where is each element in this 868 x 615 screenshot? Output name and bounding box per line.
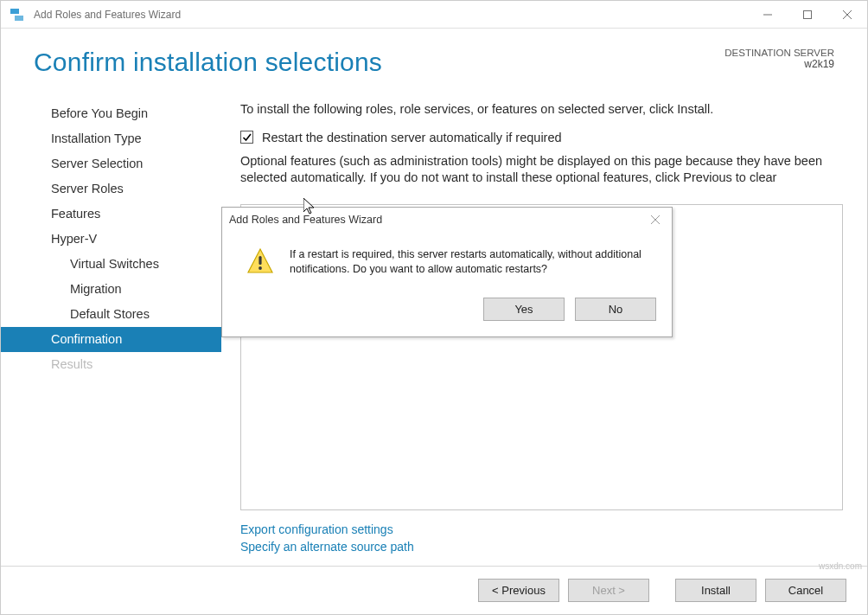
- sidebar-item-hyperv[interactable]: Hyper-V: [1, 227, 221, 252]
- dialog-title: Add Roles and Features Wizard: [229, 214, 642, 226]
- alternate-source-link[interactable]: Specify an alternate source path: [240, 538, 843, 555]
- dialog-message: If a restart is required, this server re…: [290, 247, 651, 277]
- dialog-yes-button[interactable]: Yes: [483, 298, 565, 321]
- intro-text: To install the following roles, role ser…: [240, 101, 843, 119]
- restart-checkbox[interactable]: [240, 131, 253, 144]
- footer: < Previous Next > Install Cancel: [1, 566, 867, 614]
- svg-rect-0: [10, 9, 19, 14]
- next-button: Next >: [568, 579, 649, 602]
- sidebar-item-server-selection[interactable]: Server Selection: [1, 151, 221, 176]
- wizard-window: Add Roles and Features Wizard Confirm in…: [0, 0, 868, 615]
- svg-rect-3: [804, 10, 812, 18]
- header: Confirm installation selections DESTINAT…: [1, 29, 867, 86]
- title-bar: Add Roles and Features Wizard: [1, 1, 867, 29]
- window-title: Add Roles and Features Wizard: [34, 9, 748, 21]
- sidebar: Before You Begin Installation Type Serve…: [1, 94, 221, 566]
- export-settings-link[interactable]: Export configuration settings: [240, 521, 843, 538]
- svg-point-10: [258, 266, 262, 270]
- sidebar-item-results: Results: [1, 352, 221, 377]
- restart-checkbox-label: Restart the destination server automatic…: [262, 131, 562, 144]
- sidebar-item-confirmation[interactable]: Confirmation: [1, 327, 221, 352]
- svg-rect-9: [258, 256, 261, 265]
- sidebar-item-migration[interactable]: Migration: [1, 277, 221, 302]
- restart-checkbox-row[interactable]: Restart the destination server automatic…: [240, 131, 843, 144]
- dialog-no-button[interactable]: No: [575, 298, 656, 321]
- close-button[interactable]: [827, 1, 867, 29]
- minimize-button[interactable]: [748, 1, 788, 29]
- sidebar-item-default-stores[interactable]: Default Stores: [1, 302, 221, 327]
- sidebar-item-installation-type[interactable]: Installation Type: [1, 126, 221, 151]
- maximize-button[interactable]: [788, 1, 827, 29]
- previous-button[interactable]: < Previous: [478, 579, 559, 602]
- destination-block: DESTINATION SERVER w2k19: [724, 48, 834, 70]
- optional-features-text: Optional features (such as administratio…: [240, 153, 843, 187]
- cancel-button[interactable]: Cancel: [765, 579, 846, 602]
- warning-icon: [246, 247, 274, 275]
- svg-rect-1: [15, 16, 23, 21]
- page-title: Confirm installation selections: [34, 48, 724, 77]
- sidebar-item-server-roles[interactable]: Server Roles: [1, 176, 221, 202]
- install-button[interactable]: Install: [675, 579, 756, 602]
- destination-label: DESTINATION SERVER: [724, 48, 834, 58]
- app-icon: [10, 6, 27, 23]
- dialog-titlebar: Add Roles and Features Wizard: [222, 208, 672, 232]
- watermark: wsxdn.com: [819, 561, 862, 571]
- dialog-close-icon[interactable]: [642, 213, 668, 227]
- restart-confirm-dialog: Add Roles and Features Wizard If a resta…: [221, 207, 673, 337]
- window-controls: [748, 1, 867, 29]
- sidebar-item-before-you-begin[interactable]: Before You Begin: [1, 101, 221, 126]
- sidebar-item-virtual-switches[interactable]: Virtual Switches: [1, 252, 221, 277]
- sidebar-item-features[interactable]: Features: [1, 202, 221, 227]
- destination-server-name: w2k19: [724, 58, 834, 70]
- links: Export configuration settings Specify an…: [240, 521, 843, 555]
